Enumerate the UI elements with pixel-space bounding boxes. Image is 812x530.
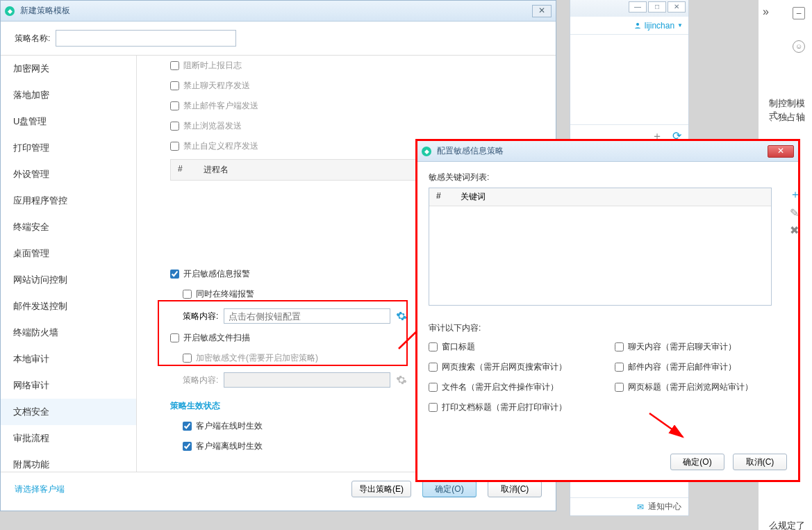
chk-label: 开启敏感文件扫描 — [183, 332, 250, 344]
sidebar-item[interactable]: 本地审计 — [1, 346, 136, 372]
sidebar-item[interactable]: 应用程序管控 — [1, 188, 136, 214]
add-keyword-icon[interactable]: ＋ — [790, 188, 801, 202]
chk-label: 网页搜索（需开启网页搜索审计） — [442, 361, 567, 373]
window-title: 新建策略模板 — [20, 5, 532, 17]
chevrons-right-icon[interactable]: » — [763, 6, 769, 18]
gear-icon[interactable] — [396, 310, 407, 322]
far-close-button[interactable]: – — [793, 7, 805, 19]
sidebar-item[interactable]: 网络审计 — [1, 372, 136, 399]
content-label2: 策略内容: — [183, 374, 218, 386]
window-close-button[interactable]: ✕ — [532, 5, 552, 17]
chk-label: 网页标题（需开启浏览网站审计） — [628, 381, 753, 393]
chk-label: 禁止邮件客户端发送 — [183, 100, 258, 112]
far-text-3: 么规定了 — [769, 520, 812, 530]
chk-label: 开启敏感信息报警 — [183, 268, 250, 280]
dlg-close-button[interactable]: ✕ — [768, 145, 794, 158]
col-proc: 进程名 — [204, 164, 229, 176]
audit-label: 审计以下内容: — [429, 322, 787, 334]
svg-point-0 — [636, 23, 639, 26]
content-label: 策略内容: — [183, 310, 218, 322]
chk-encrypt-files[interactable] — [183, 354, 192, 363]
sidebar-item[interactable]: 附属功能 — [1, 452, 136, 472]
chk-also-terminal[interactable] — [183, 290, 192, 299]
name-label: 策略名称: — [15, 33, 50, 44]
chk-label: 窗口标题 — [442, 341, 475, 353]
delete-keyword-icon[interactable]: ✖ — [790, 224, 801, 237]
ok-button[interactable]: 确定(O) — [422, 481, 477, 497]
chk-label: 阻断时上报日志 — [183, 60, 242, 72]
edit-keyword-icon[interactable]: ✎ — [790, 206, 801, 220]
chk-a5[interactable] — [429, 383, 438, 392]
notify-label[interactable]: 通知中心 — [648, 501, 681, 513]
chk-a4[interactable] — [615, 363, 624, 372]
chk-label: 客户端在线时生效 — [196, 420, 263, 432]
sidebar-item[interactable]: 终端防火墙 — [1, 320, 136, 346]
dlg-title: 配置敏感信息策略 — [437, 145, 768, 157]
chk-no-chat[interactable] — [170, 81, 179, 90]
sidebar-item[interactable]: 网站访问控制 — [1, 267, 136, 293]
chk-offline[interactable] — [183, 442, 192, 451]
user-dropdown[interactable]: lijinchan ▼ — [633, 21, 683, 31]
sidebar-item[interactable]: 落地加密 — [1, 82, 136, 108]
chk-a1[interactable] — [429, 342, 438, 351]
sidebar-item[interactable]: U盘管理 — [1, 108, 136, 135]
chk-label: 同时在终端报警 — [196, 288, 254, 300]
bg-close-button[interactable]: ✕ — [668, 1, 686, 13]
chk-label: 加密敏感文件(需要开启加密策略) — [196, 352, 318, 364]
bg-min-button[interactable]: — — [629, 1, 647, 13]
cancel-button[interactable]: 取消(C) — [488, 481, 542, 497]
gear-icon-disabled — [396, 374, 407, 386]
bg-max-button[interactable]: □ — [648, 1, 666, 13]
sidebar-item[interactable]: 邮件发送控制 — [1, 293, 136, 320]
sidebar[interactable]: 加密网关 落地加密 U盘管理 打印管理 外设管理 应用程序管控 终端安全 桌面管… — [1, 56, 137, 472]
far-text-2: 、独占轴 — [769, 111, 812, 124]
chk-no-custom[interactable] — [170, 142, 179, 151]
user-name: lijinchan — [645, 21, 674, 31]
content-input[interactable] — [224, 308, 390, 324]
dlg-ok-button[interactable]: 确定(O) — [670, 454, 724, 470]
footer-hint[interactable]: 请选择客户端 — [15, 483, 65, 495]
kw-table: # 关键词 — [429, 188, 772, 306]
sidebar-item[interactable]: 桌面管理 — [1, 240, 136, 267]
chk-label: 禁止浏览器发送 — [183, 120, 242, 132]
user-icon — [633, 22, 642, 30]
chk-block-log[interactable] — [170, 61, 179, 70]
chk-enable-alert[interactable] — [170, 270, 179, 279]
chk-a2[interactable] — [615, 342, 624, 351]
chk-label: 打印文档标题（需开启打印审计） — [442, 401, 567, 413]
chk-label: 文件名（需开启文件操作审计） — [442, 381, 558, 393]
mail-icon: ✉ — [637, 502, 644, 512]
dlg-icon: ◆ — [422, 147, 431, 156]
content-input2 — [224, 372, 390, 388]
sidebar-item[interactable]: 外设管理 — [1, 161, 136, 188]
sidebar-item[interactable]: 审批流程 — [1, 425, 136, 452]
sidebar-item[interactable]: 加密网关 — [1, 56, 136, 82]
chk-online[interactable] — [183, 422, 192, 431]
sidebar-item[interactable]: 终端安全 — [1, 214, 136, 240]
dlg-cancel-button[interactable]: 取消(C) — [733, 454, 787, 470]
chk-enable-scan[interactable] — [170, 333, 179, 342]
chk-label: 禁止自定义程序发送 — [183, 140, 258, 152]
config-dialog: ◆ 配置敏感信息策略 ✕ 敏感关键词列表: # 关键词 ＋ ✎ ✖ 审计以下内容… — [415, 139, 800, 482]
app-icon: ◆ — [5, 6, 15, 16]
chk-label: 客户端离线时生效 — [196, 440, 263, 452]
sidebar-item[interactable]: 打印管理 — [1, 135, 136, 161]
name-input[interactable] — [56, 30, 236, 47]
chk-label: 邮件内容（需开启邮件审计） — [628, 361, 736, 373]
sidebar-item-active[interactable]: 文档安全 — [1, 399, 136, 425]
kw-col-hash: # — [436, 191, 441, 203]
caret-down-icon: ▼ — [677, 22, 683, 28]
chk-label: 聊天内容（需开启聊天审计） — [628, 341, 736, 353]
col-hash: # — [178, 164, 183, 176]
chk-label: 禁止聊天程序发送 — [183, 80, 250, 92]
titlebar: ◆ 新建策略模板 ✕ — [1, 1, 556, 22]
chk-a6[interactable] — [615, 383, 624, 392]
export-button[interactable]: 导出策略(E) — [351, 481, 411, 497]
kw-list-label: 敏感关键词列表: — [429, 172, 787, 183]
chk-a7[interactable] — [429, 403, 438, 412]
face-icon: ☺ — [793, 40, 805, 53]
chk-no-browser[interactable] — [170, 122, 179, 131]
kw-col-name: 关键词 — [461, 191, 486, 203]
chk-a3[interactable] — [429, 363, 438, 372]
chk-no-mail[interactable] — [170, 101, 179, 110]
